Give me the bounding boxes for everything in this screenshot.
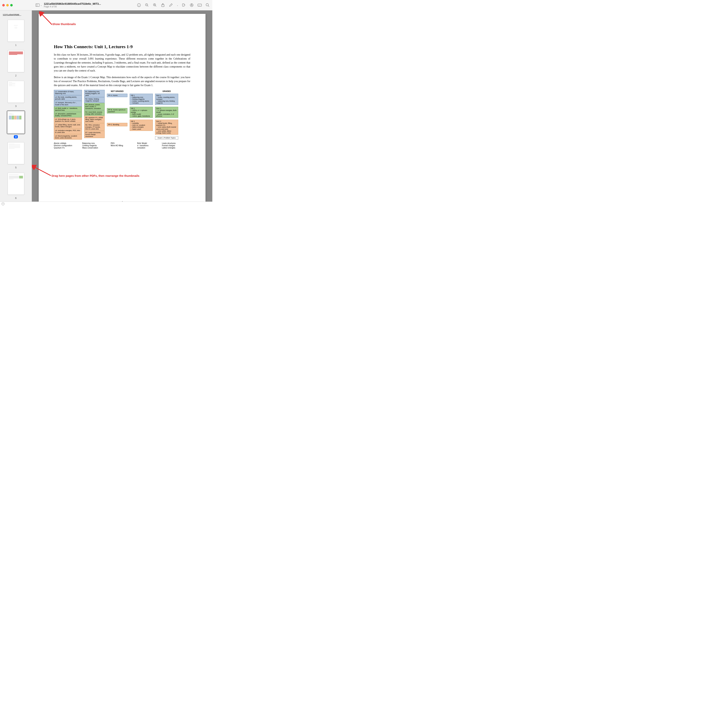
concept-box: L3: isotopes, discovery of e⁻, model of …: [54, 101, 82, 106]
concept-box: R1: Balancing rxns, limiting reagent, rx…: [84, 90, 105, 97]
svg-point-16: [198, 6, 199, 6]
sidebar-toggle-button[interactable]: [35, 3, 40, 7]
traffic-lights: [2, 4, 13, 6]
svg-line-5: [147, 6, 149, 7]
concept-box: R2: Moles, limiting reagents, isotopes: [84, 97, 105, 103]
concept-box: R4: more Bohr, excess energy after ioniz…: [84, 110, 105, 116]
concept-box: L4: Bohr model, e⁻ transitions, spectral…: [54, 107, 82, 112]
sidebar-dropdown-icon[interactable]: ⌄: [40, 4, 42, 6]
maximize-window-button[interactable]: [10, 4, 13, 6]
concept-box: L2: the mole, counting atoms, periodic t…: [54, 95, 82, 101]
add-page-button[interactable]: +: [1, 203, 4, 205]
svg-rect-15: [198, 4, 202, 6]
svg-point-18: [199, 6, 200, 6]
topic-item: PES: [111, 142, 133, 144]
concept-box: GB 1 -- balancing rxns -- limiting reage…: [130, 94, 153, 105]
concept-box: GB 2 -- LED's, e⁻<->photon energy -- Boh…: [130, 107, 153, 118]
not-graded-header: NOT GRADED: [107, 90, 127, 94]
page-heading: How This Connects: Unit 1, Lectures 1-9: [54, 44, 190, 49]
paragraph: In this class we have 36 lectures, 20 re…: [54, 53, 190, 72]
pdf-page: How This Connects: Unit 1, Lectures 1-9 …: [39, 14, 205, 201]
svg-rect-13: [182, 4, 184, 6]
concept-box: L1: conservation of mass, balancing rxns: [54, 90, 82, 95]
concept-box: L8: Ionization energies, PES, intro to L…: [54, 129, 82, 134]
topic-item: Formal charges: [162, 145, 185, 146]
svg-line-8: [156, 6, 156, 7]
concept-map: L1: conservation of mass, balancing rxns…: [54, 90, 190, 140]
concept-box: R7: Lewis structures, formal charge, res…: [84, 131, 105, 138]
concept-box: PP-A: Atoms: [107, 94, 127, 97]
concept-box: PP-B: Atomic spectra & Quantum: [107, 108, 127, 113]
thumbnail[interactable]: ────────────────────────────────────────…: [0, 171, 32, 201]
svg-rect-0: [36, 4, 39, 7]
topic-item: Limiting reagents: [82, 145, 107, 146]
thumbnail[interactable]: ❘ ❘ ❘ ❘ ❘──────────1: [0, 18, 32, 48]
topic-item: ionization: [137, 147, 158, 149]
thumbnail[interactable]: ────────────────────────────────────────…: [0, 79, 32, 109]
zoom-in-button[interactable]: [152, 3, 157, 7]
svg-point-19: [206, 4, 208, 6]
graded-header: GRADED: [155, 90, 178, 94]
topic-item: Mass conservation: [82, 147, 107, 149]
concept-box: R6: PES, ionization energies, PT trends,…: [84, 123, 105, 130]
topic-item: Lattice energies: [162, 147, 185, 149]
rotate-button[interactable]: [181, 3, 186, 7]
topic-item: More AO filling: [111, 145, 133, 146]
concept-box: L6: Schrodinger eq, H atom, quantum #s, …: [54, 117, 82, 123]
concept-box: R5: quantum #'s, orbital filling, lattic…: [84, 116, 105, 123]
markup-button[interactable]: [168, 3, 173, 7]
concept-box: GB 3 -- solubility -- ionic vs. covalent…: [130, 120, 153, 131]
zoom-out-button[interactable]: [144, 3, 149, 7]
share-button[interactable]: [160, 3, 165, 7]
minimize-window-button[interactable]: [6, 4, 9, 6]
topic-item: Balancing rxns: [82, 142, 107, 144]
thumbnail-sidebar[interactable]: 1221a5b03586... ❘ ❘ ❘ ❘ ❘──────────12───…: [0, 10, 32, 201]
concept-box: R3: photons, power, Bohr model, e⁻ trans…: [84, 103, 105, 110]
highlight-button[interactable]: [189, 3, 194, 7]
footer-bar: +: [0, 201, 212, 206]
topic-item: Electron configuration: [54, 145, 78, 146]
topic-item: e⁻ transitions: [137, 145, 158, 146]
topic-summary: Atomic orbitalsElectron configurationQua…: [54, 142, 190, 149]
titlebar: ⌄ 1221a5b035863c91885445ca47518e6c_MIT3.…: [0, 0, 212, 10]
concept-box: Quiz 2 -- e⁻/photon energies, Bohr Model…: [155, 107, 178, 118]
concept-box: Quiz 1 -- moles, counting atoms, isotope…: [155, 94, 178, 105]
search-button[interactable]: [205, 3, 210, 7]
thumbnail[interactable]: 2: [0, 48, 32, 79]
svg-point-17: [199, 6, 199, 6]
close-window-button[interactable]: [2, 4, 5, 6]
info-button[interactable]: i: [137, 3, 142, 7]
concept-box: PP-C: Bonding: [107, 123, 127, 126]
topic-item: Atomic orbitals: [54, 142, 78, 144]
topic-item: Quantum #'s: [54, 147, 78, 149]
sidebar-tab-label: 1221a5b03586...: [0, 12, 32, 18]
topic-item: Bohr Model: [137, 142, 158, 144]
markup-dropdown-icon[interactable]: ⌄: [177, 4, 178, 6]
concept-box: Quiz 3 -- orbital levels, filling, quant…: [155, 120, 178, 135]
page-number: 4: [39, 201, 205, 201]
thumbnail[interactable]: ────────────────────────────────────────…: [0, 140, 32, 171]
exam-topics-box: Exam 1 Problem Topics: [155, 136, 178, 140]
thumbnail[interactable]: ───────────────────────────────4: [0, 109, 32, 140]
title-block: 1221a5b035863c91885445ca47518e6c_MIT3...…: [44, 2, 101, 8]
document-view[interactable]: How This Connects: Unit 1, Lectures 1-9 …: [32, 10, 212, 201]
paragraph: Below is an image of the Exam 1 Concept …: [54, 75, 190, 87]
concept-box: L9: Electronegativity, covalent bond, Le…: [54, 134, 82, 140]
concept-box: L7: orbital filling, atomic radii, ionic…: [54, 123, 82, 129]
svg-line-20: [208, 6, 209, 7]
form-button[interactable]: [197, 3, 202, 7]
concept-box: L5: absorption, particle/wave duality, i…: [54, 112, 82, 117]
page-indicator: Page 4 of 56: [44, 5, 101, 8]
topic-item: Lewis structures: [162, 142, 185, 144]
document-title: 1221a5b035863c91885445ca47518e6c_MIT3...: [44, 2, 101, 5]
svg-text:i: i: [139, 4, 139, 7]
